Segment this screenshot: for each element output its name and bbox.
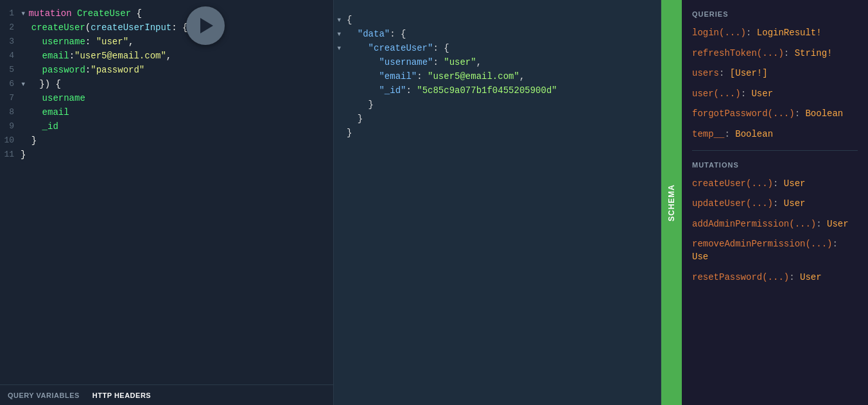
editor-line: ▾ }) { bbox=[21, 77, 333, 91]
editor-line: _id bbox=[21, 119, 333, 134]
mutations-section-title: MUTATIONS bbox=[682, 161, 868, 174]
schema-divider bbox=[692, 150, 858, 151]
editor-line: email bbox=[21, 105, 333, 119]
editor-line: password:"password" bbox=[21, 63, 333, 77]
editor-line: email:"user5@email.com", bbox=[21, 49, 333, 63]
schema-tab-button[interactable]: SCHEMA bbox=[661, 0, 682, 405]
editor-line: } bbox=[21, 148, 333, 162]
collapse-arrow[interactable]: ▾ bbox=[21, 6, 26, 21]
response-line: } bbox=[347, 98, 648, 112]
editor-area: 1234567891011 ▾mutation CreateUser { cre… bbox=[0, 0, 333, 384]
schema-panel: QUERIES login(...): LoginResult!refreshT… bbox=[682, 0, 868, 405]
collapse-arrow[interactable]: ▾ bbox=[336, 27, 342, 41]
tab-query-variables[interactable]: QUERY VARIABLES bbox=[8, 392, 80, 399]
response-line: } bbox=[347, 126, 648, 140]
schema-mutation-item[interactable]: removeAdminPermission(...): Use bbox=[682, 234, 868, 267]
editor-line: } bbox=[21, 134, 333, 148]
line-numbers: 1234567891011 bbox=[0, 6, 18, 162]
code-content: ▾mutation CreateUser { createUser(create… bbox=[21, 6, 333, 162]
bottom-tabs: QUERY VARIABLES HTTP HEADERS bbox=[0, 384, 333, 405]
schema-query-item[interactable]: user(...): User bbox=[682, 84, 868, 105]
schema-query-item[interactable]: login(...): LoginResult! bbox=[682, 23, 868, 44]
schema-query-item[interactable]: refreshToken(...): String! bbox=[682, 44, 868, 64]
response-line: "username": "user", bbox=[347, 55, 648, 69]
schema-mutation-item[interactable]: addAdminPermission(...): User bbox=[682, 214, 868, 235]
collapse-arrow[interactable]: ▾ bbox=[336, 41, 342, 55]
tab-http-headers[interactable]: HTTP HEADERS bbox=[92, 392, 151, 399]
response-panel: ▾{▾ "data": {▾ "createUser": { "username… bbox=[334, 0, 661, 405]
schema-query-item[interactable]: users: [User!] bbox=[682, 64, 868, 84]
response-line: ▾ "createUser": { bbox=[347, 41, 648, 55]
editor-line: username bbox=[21, 91, 333, 105]
schema-mutation-item[interactable]: resetPassword(...): User bbox=[682, 268, 868, 288]
queries-section-title: QUERIES bbox=[682, 10, 868, 23]
editor-line: username: "user", bbox=[21, 35, 333, 49]
query-editor-panel: 1234567891011 ▾mutation CreateUser { cre… bbox=[0, 0, 334, 405]
schema-query-item[interactable]: forgotPassword(...): Boolean bbox=[682, 104, 868, 125]
run-query-button[interactable] bbox=[186, 6, 225, 45]
collapse-arrow[interactable]: ▾ bbox=[21, 77, 26, 91]
response-content: ▾{▾ "data": {▾ "createUser": { "username… bbox=[334, 6, 661, 146]
schema-query-item[interactable]: temp__: Boolean bbox=[682, 125, 868, 145]
response-line: } bbox=[347, 112, 648, 126]
collapse-arrow[interactable]: ▾ bbox=[336, 13, 342, 27]
editor-line: createUser(createUserInput: { bbox=[21, 21, 333, 35]
editor-line: ▾mutation CreateUser { bbox=[21, 6, 333, 21]
schema-mutation-item[interactable]: updateUser(...): User bbox=[682, 194, 868, 214]
schema-mutation-item[interactable]: createUser(...): User bbox=[682, 174, 868, 194]
response-line: "_id": "5c85c9a077b1f0455205900d" bbox=[347, 83, 648, 98]
response-line: ▾ "data": { bbox=[347, 27, 648, 41]
response-line: "email": "user5@email.com", bbox=[347, 69, 648, 83]
response-line: ▾{ bbox=[347, 13, 648, 27]
